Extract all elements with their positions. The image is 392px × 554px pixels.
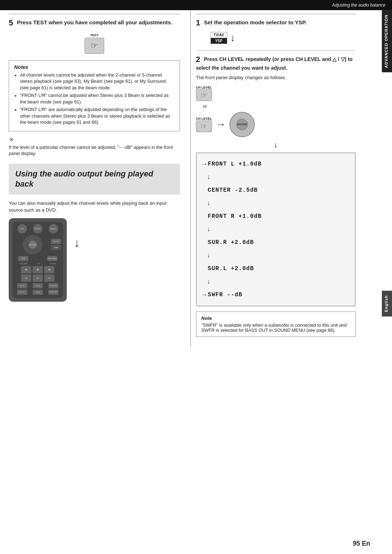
display-btn: DISP bbox=[18, 256, 28, 261]
remote-control-image: ENH ENTRY MENU ENTER TV/AV YSP bbox=[9, 218, 67, 302]
display-row-3: → SUR.R +2.0dB bbox=[203, 236, 349, 249]
step-1-number: 1 bbox=[196, 18, 200, 27]
down-0: ↓ bbox=[203, 171, 349, 184]
display-text-5: SWFR --dB bbox=[208, 289, 242, 301]
column-divider bbox=[190, 10, 191, 347]
entry-btn: ENTRY bbox=[33, 224, 42, 233]
display-row-0: → FRONT L +1.0dB bbox=[203, 158, 349, 171]
left-column: 5 Press TEST when you have completed all… bbox=[0, 10, 189, 347]
display-panel: → FRONT L +1.0dB ↓ → CENTER -2.5dB ↓ → F… bbox=[196, 152, 356, 306]
down-1: ↓ bbox=[203, 197, 349, 210]
mute-row: MUTE TV IN TVMUTE bbox=[15, 283, 61, 288]
hand-icon-1: ☞ bbox=[201, 91, 207, 99]
ch-plus-btn: + bbox=[33, 266, 43, 273]
big-down-arrow: ↓ bbox=[196, 140, 356, 150]
chlevel-bottom-btn: CH LVL bbox=[17, 290, 27, 295]
notes-box: Notes All channel levels cannot be adjus… bbox=[9, 60, 180, 131]
vol-ch-row: VOLUME CH TV VOL bbox=[15, 262, 61, 265]
enhancer-btn: ENH bbox=[17, 224, 27, 233]
test-bottom-btn: TEST bbox=[33, 290, 43, 295]
step-5-heading: 5 Press TEST when you have completed all… bbox=[9, 18, 180, 28]
ch-level-btn-graphic-2: ☞ bbox=[196, 121, 212, 132]
ysp-box: TV/AV YSP bbox=[211, 32, 228, 44]
arrow-5: → bbox=[203, 288, 207, 301]
step-5-block: 5 Press TEST when you have completed all… bbox=[9, 18, 180, 54]
menu-btn: MENU bbox=[49, 224, 58, 233]
display-row-4: → SUR.L +2.0dB bbox=[203, 262, 349, 275]
test-button-area: TEST ☞ bbox=[9, 33, 180, 54]
vol-minus-btn: − bbox=[21, 274, 31, 282]
step-2-subtext: The front panel display changes as follo… bbox=[196, 74, 356, 81]
step-5-text: Press TEST when you have completed all y… bbox=[17, 19, 172, 25]
tvmute-btn: TVMUTE bbox=[48, 283, 58, 288]
right-tabs: ADVANCED OPERATION English bbox=[382, 10, 392, 317]
ysp-btn: YSP bbox=[51, 245, 61, 250]
display-return-row: DISP RETURN bbox=[15, 256, 61, 261]
enter-btn: ENTER bbox=[29, 241, 37, 249]
display-row-1: → CENTER -2.5dB bbox=[203, 184, 349, 197]
ch-level-controls: CH LEVEL ☞ or CH LEVEL ☞ → bbox=[196, 86, 356, 137]
spacer bbox=[36, 256, 40, 261]
display-text-1: CENTER -2.5dB bbox=[208, 184, 258, 196]
tvav-ysp-col: TV/AV YSP bbox=[51, 239, 61, 250]
down-2: ↓ bbox=[203, 223, 349, 236]
notes-item-3: "FRONT L/R" are automatically adjusted d… bbox=[20, 107, 175, 126]
tvav-btn: TV/AV bbox=[51, 239, 61, 244]
ch-minus-btn: − bbox=[33, 274, 43, 282]
ch-level-second-row: CH LEVEL ☞ → ENTER bbox=[196, 112, 356, 137]
hand-icon-2: ☞ bbox=[201, 122, 207, 131]
remote-top-row: ENH ENTRY MENU bbox=[15, 224, 61, 233]
test-btn-visual: ☞ bbox=[85, 38, 104, 54]
tvvol-plus-btn: + bbox=[44, 266, 54, 273]
step-2-heading: 2 Press CH LEVEL repeatedly (or press CH… bbox=[196, 54, 356, 72]
ch-level-btn-1: CH LEVEL ☞ bbox=[196, 86, 212, 101]
desc-text: You can also manually adjust the channel… bbox=[9, 200, 180, 214]
tvinput-btn: TV IN bbox=[33, 283, 43, 288]
arrow-0: → bbox=[203, 158, 207, 171]
advanced-operation-tab: ADVANCED OPERATION bbox=[382, 10, 392, 72]
notes-item-1: All channel levels cannot be adjusted wh… bbox=[20, 72, 175, 91]
ysp-down-arrow: ↓ bbox=[230, 32, 235, 44]
right-arrow-icon: → bbox=[216, 119, 226, 130]
display-row-2: → FRONT R +1.0dB bbox=[203, 210, 349, 223]
or-label: or bbox=[203, 104, 356, 109]
nav-enter: ENTER bbox=[236, 119, 248, 130]
dpad-row: ENTER TV/AV YSP bbox=[15, 235, 61, 254]
down-4: ↓ bbox=[203, 275, 349, 288]
english-tab: English bbox=[382, 291, 392, 317]
display-text-0: FRONT L +1.0dB bbox=[208, 158, 261, 170]
ysp-label: YSP bbox=[211, 38, 227, 44]
main-content: 5 Press TEST when you have completed all… bbox=[0, 10, 392, 347]
divider-1 bbox=[196, 50, 356, 51]
tip-star-icon: ✳ bbox=[9, 136, 180, 144]
note-text: "SWFR" is available only when a subwoofe… bbox=[201, 323, 350, 333]
ch-level-label-2: CH LEVEL bbox=[196, 117, 212, 121]
page-number: 95 En bbox=[353, 540, 370, 547]
step-1-block: 1 Set the operation mode selector to YSP… bbox=[196, 18, 356, 44]
notes-item-2: "FRONT L/R" cannot be adjusted when Ster… bbox=[20, 93, 175, 105]
tvvol-minus-btn: − bbox=[44, 274, 54, 282]
step-2-number: 2 bbox=[196, 55, 200, 64]
step-2-block: 2 Press CH LEVEL repeatedly (or press CH… bbox=[196, 54, 356, 337]
step-1-text: Set the operation mode selector to YSP. bbox=[204, 19, 307, 25]
right-column: 1 Set the operation mode selector to YSP… bbox=[192, 10, 370, 347]
remote-inner: ENH ENTRY MENU ENTER TV/AV YSP bbox=[12, 222, 63, 298]
test-label: TEST bbox=[85, 33, 104, 37]
plus-row: + + + bbox=[15, 266, 61, 273]
notes-list: All channel levels cannot be adjusted wh… bbox=[14, 72, 175, 126]
ch-level-label-1: CH LEVEL bbox=[196, 86, 212, 89]
highlight-section: Using the audio output being played back bbox=[9, 164, 180, 195]
return-btn: RETURN bbox=[47, 256, 57, 261]
down-arrow-remote: ↓ bbox=[74, 236, 80, 250]
step-2-text: Press CH LEVEL repeatedly (or press CH L… bbox=[196, 56, 353, 71]
vol-plus-btn: + bbox=[21, 266, 31, 273]
top-bar-title: Adjusting the audio balance bbox=[332, 3, 385, 8]
display-text-2: FRONT R +1.0dB bbox=[208, 211, 261, 222]
codeset-btn: CODE SET bbox=[48, 290, 58, 295]
remote-area: ENH ENTRY MENU ENTER TV/AV YSP bbox=[9, 218, 180, 302]
ch-level-first-row: CH LEVEL ☞ bbox=[196, 86, 356, 101]
nav-circle: ENTER bbox=[229, 112, 255, 137]
test-btn-graphic: TEST ☞ bbox=[85, 33, 104, 54]
dpad: ENTER bbox=[23, 235, 42, 254]
mute-btn: MUTE bbox=[17, 283, 27, 288]
